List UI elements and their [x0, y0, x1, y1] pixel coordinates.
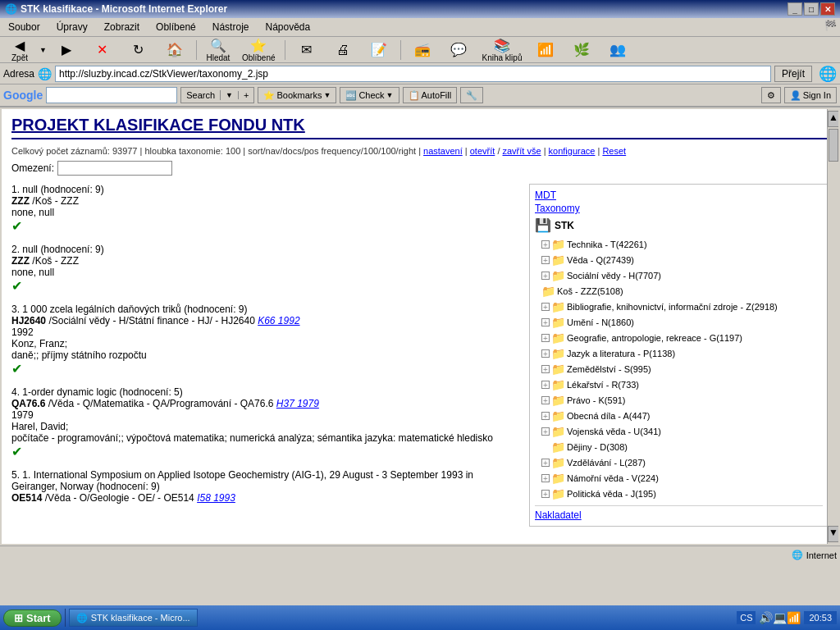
extra-btn1[interactable]: 🌿: [565, 40, 598, 59]
record-4-sublink[interactable]: H37 1979: [276, 398, 319, 409]
zavrit-vse-link[interactable]: zavřít vše: [503, 146, 541, 156]
menu-oblibene[interactable]: Oblíbené: [151, 20, 201, 34]
folder-icon-1: 📁: [551, 253, 565, 267]
tree-item-1[interactable]: + 📁 Věda - Q(27439): [535, 253, 823, 267]
tree-item-2[interactable]: + 📁 Sociální vědy - H(7707): [535, 269, 823, 282]
signin-button[interactable]: 👤 Sign In: [784, 87, 837, 103]
tree-item-10[interactable]: + 📁 Právo - K(591): [535, 394, 823, 407]
tree-item-16[interactable]: + 📁 Politická věda - J(195): [535, 487, 823, 500]
bookmarks-button[interactable]: ⭐ Bookmarks ▼: [258, 87, 336, 103]
back-dropdown[interactable]: ▼: [39, 46, 47, 54]
menu-napoveda[interactable]: Nápověda: [260, 20, 315, 34]
edit-button[interactable]: 📝: [363, 40, 395, 59]
bookmarks-dropdown[interactable]: ▼: [323, 91, 331, 99]
tree-item-9[interactable]: + 📁 Lékařství - R(733): [535, 378, 823, 391]
expand-icon-8[interactable]: +: [541, 365, 550, 373]
tree-item-14[interactable]: + 📁 Vzdělávání - L(287): [535, 456, 823, 469]
expand-icon-12[interactable]: +: [541, 427, 550, 436]
address-input[interactable]: [55, 66, 771, 82]
tree-item-7[interactable]: + 📁 Jazyk a literatura - P(1138): [535, 347, 823, 360]
expand-icon-14[interactable]: +: [541, 459, 550, 467]
close-btn[interactable]: ✕: [820, 2, 835, 16]
mail-button[interactable]: ✉: [290, 40, 323, 59]
tree-item-4[interactable]: + 📁 Bibliografie, knihovnictví, informač…: [535, 300, 823, 313]
expand-icon-6[interactable]: +: [541, 334, 550, 342]
check-dropdown[interactable]: ▼: [386, 91, 394, 99]
home-button[interactable]: 🏠: [158, 40, 191, 59]
taxonomy-link[interactable]: Taxonomy: [535, 203, 823, 214]
expand-icon-5[interactable]: +: [541, 318, 550, 326]
scroll-thumb[interactable]: [829, 129, 838, 162]
konfigurace-link[interactable]: konfigurace: [549, 146, 596, 156]
yellow-btn[interactable]: 🔧: [460, 87, 483, 103]
search-dropdown-icon[interactable]: ▼: [221, 91, 239, 99]
expand-icon-7[interactable]: +: [541, 349, 550, 358]
record-2-link[interactable]: null: [22, 244, 38, 255]
menu-upravy[interactable]: Úpravy: [52, 20, 93, 34]
record-4-link[interactable]: 1-order dynamic logic: [22, 386, 116, 398]
reset-link[interactable]: Reset: [602, 146, 626, 156]
tree-item-0[interactable]: + 📁 Technika - T(42261): [535, 238, 823, 251]
expand-icon-4[interactable]: +: [541, 303, 550, 311]
menu-nastroje[interactable]: Nástroje: [208, 20, 254, 34]
tree-root-label: STK: [555, 220, 574, 231]
tree-item-12[interactable]: + 📁 Vojenská věda - U(341): [535, 425, 823, 438]
search-btn-label[interactable]: Search: [181, 90, 221, 100]
tree-item-6[interactable]: + 📁 Geografie, antropologie, rekreace - …: [535, 331, 823, 345]
bluetooth-button[interactable]: 📶: [529, 40, 562, 59]
forward-button[interactable]: ▶: [50, 40, 83, 59]
nakladatel-link[interactable]: Nakladatel: [535, 509, 582, 521]
expand-icon-10[interactable]: +: [541, 396, 550, 404]
menu-soubor[interactable]: Soubor: [3, 20, 45, 34]
extra-btn2[interactable]: 👥: [601, 40, 634, 59]
print-button[interactable]: 🖨: [326, 41, 359, 59]
nastaveni-link[interactable]: nastavení: [423, 146, 463, 156]
search-button[interactable]: 🔍 Hledat: [202, 36, 235, 64]
scrollbar[interactable]: ▲ ▼: [827, 109, 838, 544]
plus-label[interactable]: +: [239, 90, 253, 100]
scroll-up[interactable]: ▲: [828, 111, 838, 127]
search-btn-group[interactable]: Search ▼ +: [180, 87, 254, 103]
settings-button[interactable]: ⚙: [761, 87, 781, 103]
refresh-button[interactable]: ↻: [122, 40, 155, 59]
expand-icon-2[interactable]: +: [541, 272, 550, 280]
record-5-link[interactable]: 1. International Symposium on Applied Is…: [11, 469, 473, 492]
library-button[interactable]: 📚 Kniha klipů: [478, 36, 527, 64]
tree-item-label-12: Vojenská věda - U(341): [567, 427, 661, 436]
menu-zobrazit[interactable]: Zobrazit: [99, 20, 144, 34]
edit-icon: 📝: [371, 42, 387, 57]
tree-item-5[interactable]: + 📁 Umění - N(1860): [535, 316, 823, 329]
record-5-sublink[interactable]: I58 1993: [197, 492, 235, 504]
expand-icon-16[interactable]: +: [541, 490, 550, 498]
expand-icon-11[interactable]: +: [541, 412, 550, 420]
messenger-button[interactable]: 💬: [442, 40, 475, 59]
back-button[interactable]: ◀ Zpět: [3, 36, 36, 64]
tree-item-3[interactable]: 📁 Koš - ZZZ(5108): [535, 285, 823, 298]
tree-item-label-6: Geografie, antropologie, rekreace - G(11…: [567, 333, 742, 343]
autofill-button[interactable]: 📋 AutoFill: [403, 87, 458, 103]
filter-input[interactable]: [57, 161, 172, 176]
google-search-input[interactable]: [46, 87, 177, 103]
media-button[interactable]: 📻: [406, 40, 439, 59]
maximize-btn[interactable]: □: [804, 2, 819, 16]
filter-label: Omezení:: [11, 162, 54, 174]
expand-icon-15[interactable]: +: [541, 474, 550, 482]
mdt-link[interactable]: MDT: [535, 189, 823, 201]
record-1-link[interactable]: null: [22, 184, 38, 195]
tree-item-11[interactable]: + 📁 Obecná díla - A(447): [535, 409, 823, 422]
minimize-btn[interactable]: _: [788, 2, 802, 16]
go-button[interactable]: Přejít: [774, 66, 812, 82]
stop-button[interactable]: ✕: [86, 40, 119, 59]
record-3-link[interactable]: 1 000 zcela legálních daňových triků: [22, 304, 180, 315]
otevrit-link[interactable]: otevřít: [470, 146, 495, 156]
expand-icon-9[interactable]: +: [541, 381, 550, 389]
tree-item-8[interactable]: + 📁 Zemědělství - S(995): [535, 363, 823, 376]
tree-item-13[interactable]: 📁 Dějiny - D(308): [535, 441, 823, 454]
tree-item-15[interactable]: + 📁 Námořní věda - V(224): [535, 472, 823, 485]
favorites-button[interactable]: ⭐ Oblíbené: [238, 36, 280, 64]
scroll-down[interactable]: ▼: [828, 526, 838, 542]
expand-icon-1[interactable]: +: [541, 256, 550, 264]
record-3-sublink[interactable]: K66 1992: [258, 315, 299, 326]
expand-icon-0[interactable]: +: [541, 240, 550, 249]
check-button[interactable]: 🔤 Check ▼: [340, 87, 399, 103]
